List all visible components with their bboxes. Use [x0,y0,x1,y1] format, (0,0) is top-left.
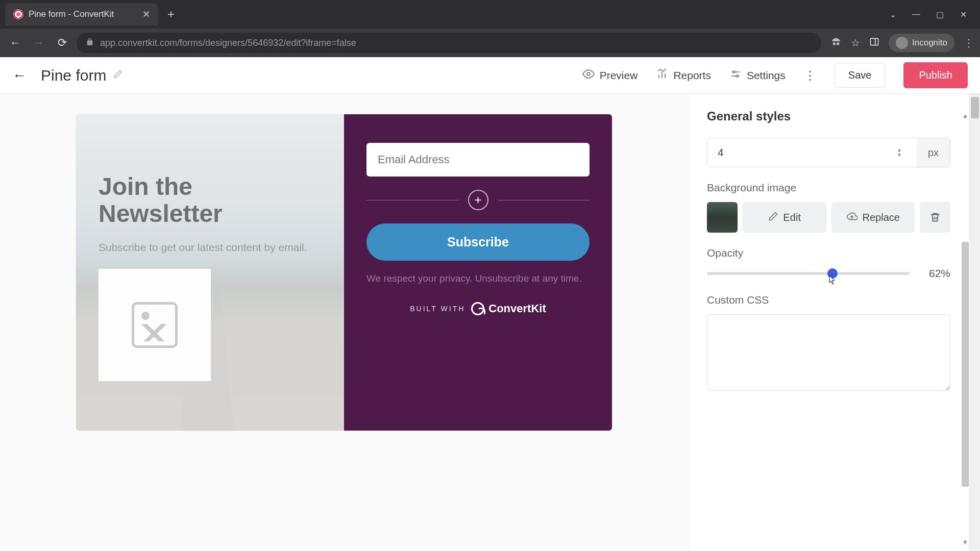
more-menu-button[interactable]: ⋮ [804,68,816,83]
incognito-avatar-icon [896,37,908,49]
browser-tab[interactable]: Pine form - ConvertKit ✕ [5,3,158,26]
edit-name-icon[interactable] [113,69,122,81]
form-left-pane[interactable]: Join the Newsletter Subscribe to get our… [76,114,344,431]
incognito-badge[interactable]: Incognito [889,34,954,52]
incognito-label: Incognito [912,38,947,48]
bg-thumbnail[interactable] [707,202,738,233]
custom-css-textarea[interactable] [707,314,950,391]
save-button[interactable]: Save [835,63,886,88]
custom-css-label: Custom CSS [707,294,950,306]
image-placeholder[interactable] [99,269,211,381]
edit-label: Edit [783,212,801,223]
number-field-row: ▲ ▼ px [707,138,950,167]
reports-icon [656,68,668,83]
styles-panel: ▲ General styles ▲ ▼ px Background image… [688,94,969,551]
eye-icon [582,68,595,83]
unit-label: px [917,138,950,167]
new-tab-button[interactable]: + [158,7,184,21]
panel-scroll-down-icon[interactable]: ▼ [962,539,968,546]
reports-link[interactable]: Reports [656,68,711,83]
window-minimize-icon[interactable]: ― [912,10,921,19]
browser-toolbar: ← → ⟳ app.convertkit.com/forms/designers… [0,29,980,57]
opacity-slider-row: 62% [707,267,950,280]
preview-link[interactable]: Preview [582,68,638,83]
side-panel-icon[interactable] [869,37,879,49]
replace-image-button[interactable]: Replace [831,202,915,233]
svg-point-8 [733,71,735,73]
preview-label: Preview [600,69,638,82]
add-field-divider: + [366,190,590,210]
edit-image-button[interactable]: Edit [743,202,826,233]
reports-label: Reports [673,69,711,82]
browser-forward-button[interactable]: → [30,34,48,52]
heading-line2: Newsletter [99,200,223,227]
heading-line1: Join the [99,173,192,200]
tab-close-icon[interactable]: ✕ [142,9,150,20]
opacity-value: 62% [920,267,950,280]
window-close-icon[interactable]: ✕ [959,10,968,19]
form-subtext[interactable]: Subscribe to get our latest content by e… [99,240,322,255]
panel-title: General styles [707,109,950,123]
canvas-area: Join the Newsletter Subscribe to get our… [0,94,688,551]
opacity-label: Opacity [707,247,950,259]
add-field-button[interactable]: + [468,190,488,210]
divider-line-right [498,200,590,201]
tab-title: Pine form - ConvertKit [29,9,114,19]
incognito-indicator-icon[interactable] [830,36,842,50]
subscribe-button[interactable]: Subscribe [366,223,590,261]
email-input[interactable] [366,143,590,177]
convertkit-logo-icon [471,302,484,315]
publish-button[interactable]: Publish [903,62,968,88]
svg-rect-0 [871,38,878,45]
main-scrollbar-track[interactable] [969,94,980,551]
form-preview-card[interactable]: Join the Newsletter Subscribe to get our… [76,114,612,431]
built-with-label: BUILT WITH [410,305,465,313]
border-radius-input[interactable] [707,138,917,167]
settings-link[interactable]: Settings [729,68,786,83]
cursor-icon [828,274,837,283]
window-maximize-icon[interactable]: ▢ [935,10,944,19]
main-scrollbar-thumb[interactable] [971,97,979,118]
tab-favicon-icon [13,9,23,19]
settings-icon [729,68,742,83]
divider-line-left [366,200,459,201]
browser-menu-icon[interactable]: ⋮ [964,37,974,49]
built-with-badge[interactable]: BUILT WITH ConvertKit [410,302,546,315]
stepper-down-icon[interactable]: ▼ [897,153,909,158]
address-bar[interactable]: app.convertkit.com/forms/designers/56469… [77,33,821,53]
svg-point-2 [587,72,590,76]
svg-point-9 [736,75,738,77]
form-heading[interactable]: Join the Newsletter [99,173,322,228]
delete-image-button[interactable] [920,202,950,233]
bg-image-controls: Edit Replace [707,202,950,233]
pencil-icon [768,211,778,224]
panel-scroll-up-icon[interactable]: ▲ [962,112,968,119]
browser-reload-button[interactable]: ⟳ [53,34,71,52]
panel-scrollbar-thumb[interactable] [962,242,969,487]
lock-icon [86,38,94,48]
privacy-text[interactable]: We respect your privacy. Unsubscribe at … [366,272,582,286]
convertkit-brand-text: ConvertKit [488,302,546,315]
opacity-slider[interactable] [707,272,910,275]
form-right-pane[interactable]: + Subscribe We respect your privacy. Uns… [344,114,612,431]
url-text: app.convertkit.com/forms/designers/56469… [100,38,356,48]
image-placeholder-icon [132,302,178,348]
browser-back-button[interactable]: ← [6,34,24,52]
replace-label: Replace [863,212,900,223]
page-title: Pine form [41,67,122,84]
back-arrow-button[interactable]: ← [12,67,27,84]
settings-label: Settings [747,69,786,82]
bookmark-star-icon[interactable]: ☆ [851,37,860,49]
bg-image-label: Background image [707,182,950,194]
trash-icon [929,212,941,223]
cloud-upload-icon [846,211,857,224]
browser-tab-bar: Pine form - ConvertKit ✕ + ⌄ ― ▢ ✕ [0,0,980,29]
tab-search-icon[interactable]: ⌄ [888,10,897,19]
app-header: ← Pine form Preview Reports Settings ⋮ S… [0,57,980,94]
form-name-text: Pine form [41,67,106,84]
